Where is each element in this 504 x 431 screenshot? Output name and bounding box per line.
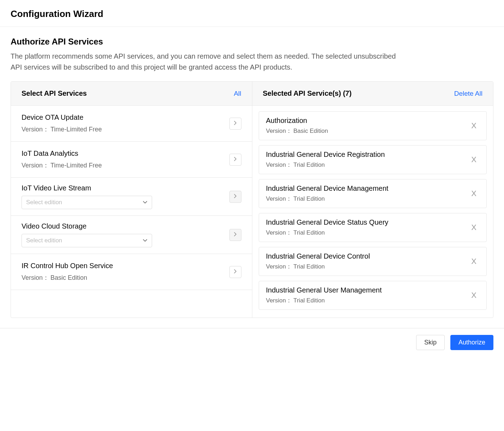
- available-item: Device OTA UpdateVersionTime-Limited Fre…: [11, 106, 252, 142]
- transfer-container: Select API Services All Device OTA Updat…: [11, 81, 493, 318]
- edition-select[interactable]: Select edition: [22, 196, 152, 209]
- select-all-link[interactable]: All: [234, 90, 241, 98]
- available-list: Device OTA UpdateVersionTime-Limited Fre…: [11, 106, 252, 318]
- chevron-right-icon: [234, 194, 237, 200]
- skip-button[interactable]: Skip: [416, 335, 445, 350]
- close-icon: X: [471, 291, 476, 300]
- version-value: Basic Edition: [50, 274, 87, 281]
- version-label: Version: [266, 263, 294, 270]
- available-panel: Select API Services All Device OTA Updat…: [11, 82, 252, 318]
- chevron-right-icon: [234, 157, 237, 163]
- footer: Skip Authorize: [0, 328, 504, 361]
- close-icon: X: [471, 257, 476, 266]
- move-right-button[interactable]: [229, 266, 241, 278]
- version-value: Trial Edition: [293, 195, 325, 202]
- available-item-body: IoT Video Live StreamSelect edition: [22, 184, 224, 209]
- selected-item-title: Industrial General User Management: [266, 286, 464, 294]
- selected-panel-title: Selected API Service(s) (7): [263, 89, 352, 98]
- available-item-title: Video Cloud Storage: [22, 222, 224, 230]
- available-item-title: IR Control Hub Open Service: [22, 262, 224, 270]
- edition-select-placeholder: Select edition: [26, 199, 62, 206]
- selected-item-body: Industrial General Device Status QueryVe…: [266, 218, 464, 237]
- remove-item-button[interactable]: X: [468, 188, 479, 199]
- version-label: Version: [22, 126, 50, 133]
- version-label: Version: [266, 128, 294, 134]
- available-item: IR Control Hub Open ServiceVersionBasic …: [11, 254, 252, 290]
- available-item-meta: VersionTime-Limited Free: [22, 161, 224, 170]
- move-right-button: [229, 229, 241, 241]
- selected-item-body: Industrial General Device ManagementVers…: [266, 184, 464, 203]
- version-value: Trial Edition: [293, 229, 325, 236]
- edition-select-row: Select edition: [22, 234, 224, 247]
- selected-item-body: Industrial General Device ControlVersion…: [266, 252, 464, 271]
- version-label: Version: [266, 229, 294, 236]
- version-value: Trial Edition: [293, 161, 325, 168]
- available-item: IoT Data AnalyticsVersionTime-Limited Fr…: [11, 142, 252, 178]
- version-value: Time-Limited Free: [50, 162, 102, 169]
- edition-select[interactable]: Select edition: [22, 234, 152, 247]
- selected-list: AuthorizationVersionBasic EditionXIndust…: [252, 106, 493, 318]
- selected-item: Industrial General Device RegistrationVe…: [259, 145, 487, 174]
- selected-item-title: Industrial General Device Registration: [266, 150, 464, 159]
- available-item-meta: VersionBasic Edition: [22, 273, 224, 282]
- selected-item-meta: VersionBasic Edition: [266, 127, 464, 135]
- authorize-button[interactable]: Authorize: [450, 335, 493, 350]
- remove-item-button[interactable]: X: [468, 290, 479, 301]
- available-item-body: Video Cloud StorageSelect edition: [22, 222, 224, 247]
- edition-select-placeholder: Select edition: [26, 237, 62, 244]
- selected-item-meta: VersionTrial Edition: [266, 161, 464, 169]
- remove-item-button[interactable]: X: [468, 120, 479, 131]
- delete-all-link[interactable]: Delete All: [454, 90, 482, 98]
- move-right-button[interactable]: [229, 118, 241, 130]
- selected-item: Industrial General Device ControlVersion…: [259, 247, 487, 276]
- chevron-down-icon: [143, 200, 148, 205]
- chevron-right-icon: [234, 232, 237, 238]
- selected-item-title: Industrial General Device Management: [266, 184, 464, 193]
- selected-panel-header: Selected API Service(s) (7) Delete All: [252, 82, 493, 106]
- version-value: Time-Limited Free: [50, 126, 102, 133]
- remove-item-button[interactable]: X: [468, 256, 479, 267]
- selected-item: Industrial General User ManagementVersio…: [259, 281, 487, 310]
- chevron-right-icon: [234, 120, 237, 126]
- selected-item: AuthorizationVersionBasic EditionX: [259, 111, 487, 140]
- available-item: IoT Video Live StreamSelect edition: [11, 178, 252, 216]
- version-label: Version: [22, 162, 50, 169]
- selected-panel: Selected API Service(s) (7) Delete All A…: [252, 82, 493, 318]
- remove-item-button[interactable]: X: [468, 154, 479, 165]
- available-item-title: IoT Video Live Stream: [22, 184, 224, 192]
- available-item-title: IoT Data Analytics: [22, 149, 224, 158]
- selected-item-body: Industrial General User ManagementVersio…: [266, 286, 464, 305]
- version-value: Trial Edition: [293, 263, 325, 270]
- selected-item-meta: VersionTrial Edition: [266, 296, 464, 305]
- version-value: Trial Edition: [293, 297, 325, 304]
- move-right-button[interactable]: [229, 154, 241, 166]
- available-item-body: Device OTA UpdateVersionTime-Limited Fre…: [22, 113, 224, 134]
- close-icon: X: [471, 121, 476, 130]
- edition-select-row: Select edition: [22, 196, 224, 209]
- selected-item-body: Industrial General Device RegistrationVe…: [266, 150, 464, 169]
- section-heading: Authorize API Services: [11, 37, 493, 47]
- selected-item-meta: VersionTrial Edition: [266, 229, 464, 237]
- version-label: Version: [22, 274, 50, 281]
- version-value: Basic Edition: [293, 128, 328, 134]
- available-panel-title: Select API Services: [22, 89, 87, 98]
- version-label: Version: [266, 161, 294, 168]
- available-item: Video Cloud StorageSelect edition: [11, 216, 252, 254]
- chevron-down-icon: [143, 238, 148, 243]
- selected-item-meta: VersionTrial Edition: [266, 262, 464, 271]
- selected-item-body: AuthorizationVersionBasic Edition: [266, 117, 464, 135]
- version-label: Version: [266, 297, 294, 304]
- available-item-title: Device OTA Update: [22, 113, 224, 122]
- selected-item-title: Industrial General Device Status Query: [266, 218, 464, 226]
- page-title: Configuration Wizard: [0, 0, 504, 26]
- remove-item-button[interactable]: X: [468, 222, 479, 233]
- selected-item-title: Authorization: [266, 117, 464, 125]
- available-item-meta: VersionTime-Limited Free: [22, 125, 224, 134]
- available-panel-header: Select API Services All: [11, 82, 252, 106]
- chevron-right-icon: [234, 269, 237, 275]
- close-icon: X: [471, 155, 476, 164]
- close-icon: X: [471, 223, 476, 232]
- selected-item-meta: VersionTrial Edition: [266, 195, 464, 203]
- version-label: Version: [266, 195, 294, 202]
- available-item-body: IoT Data AnalyticsVersionTime-Limited Fr…: [22, 149, 224, 170]
